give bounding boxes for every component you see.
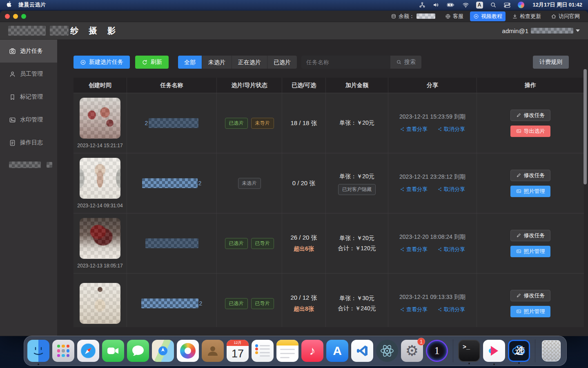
status-filter-tabs: 全部 未选片 正在选片 已选片	[178, 56, 297, 69]
spotlight-search-icon[interactable]	[490, 2, 497, 8]
official-site-button[interactable]: 访问官网	[548, 11, 583, 21]
dock-music-icon[interactable]: ♪	[301, 340, 323, 362]
refresh-button[interactable]: 刷新	[135, 56, 169, 69]
photo-manage-button[interactable]: 照片管理	[510, 186, 550, 197]
input-source-icon[interactable]: A	[476, 2, 483, 9]
vertical-scrollbar[interactable]	[584, 69, 587, 184]
sidebar-item-watermark[interactable]: 水印管理	[0, 108, 57, 131]
tab-selecting[interactable]: 正在选片	[232, 56, 267, 69]
dock-calendar-icon[interactable]: 12月 17	[227, 340, 249, 362]
apple-menu-icon[interactable]	[6, 1, 12, 9]
sidebar-item-redacted[interactable]	[9, 162, 52, 168]
siri-icon[interactable]	[518, 2, 524, 8]
menu-bar: 捷晨云选片 A 12月17日 周日 01:42	[0, 0, 588, 10]
view-share-link[interactable]: 查看分享	[400, 186, 428, 193]
sidebar-item-tasks[interactable]: 选片任务	[0, 40, 57, 63]
task-thumbnail[interactable]	[80, 158, 120, 199]
balance-item[interactable]: 余额：	[388, 11, 439, 21]
over-count: 超出8张	[294, 305, 314, 313]
export-selection-label: 导出选片	[524, 128, 545, 135]
support-button[interactable]: 客服	[442, 11, 467, 21]
dock-divider	[453, 339, 453, 362]
task-thumbnail[interactable]	[80, 98, 120, 139]
photo-manage-button[interactable]: 照片管理	[510, 306, 550, 317]
view-share-link[interactable]: 查看分享	[400, 246, 428, 253]
battery-charging-icon[interactable]	[446, 2, 455, 8]
table-row: 2023-12-14 09:31:04 2 未选片	[74, 153, 584, 213]
edit-task-button[interactable]: 修改任务	[510, 110, 550, 121]
video-tutorial-button[interactable]: 视频教程	[470, 11, 506, 21]
task-name-redacted	[142, 178, 198, 188]
search-button[interactable]: 搜索	[390, 56, 421, 69]
export-selection-button[interactable]: 导出选片	[510, 126, 550, 137]
task-name-link[interactable]: 2	[141, 298, 203, 308]
volume-icon[interactable]	[432, 2, 439, 8]
tab-not-selected[interactable]: 未选片	[202, 56, 232, 69]
account-menu[interactable]: admin@1	[502, 27, 580, 34]
dock-safari-icon[interactable]	[77, 340, 99, 362]
dock-electron-icon[interactable]	[376, 340, 398, 362]
control-center-icon[interactable]	[503, 2, 511, 8]
table-row: 2023-12-14 15:21:17 2 已选片 未导片	[74, 93, 584, 153]
refresh-label: 刷新	[151, 58, 162, 66]
sidebar-item-logs[interactable]: 操作日志	[0, 131, 57, 154]
edit-task-button[interactable]: 修改任务	[510, 230, 550, 241]
zoom-window-button[interactable]	[21, 14, 26, 19]
menubar-app-name[interactable]: 捷晨云选片	[18, 1, 46, 9]
task-name-link[interactable]: 2	[145, 118, 199, 128]
calendar-month-label: 12月	[227, 340, 249, 346]
cancel-share-link[interactable]: 取消分享	[437, 126, 465, 133]
dock-maps-icon[interactable]	[152, 340, 174, 362]
task-thumbnail[interactable]	[80, 283, 120, 324]
dock-vscode-icon[interactable]	[351, 340, 373, 362]
sidebar-item-staff[interactable]: 员工管理	[0, 63, 57, 85]
edit-task-button[interactable]: 修改任务	[510, 290, 550, 301]
close-window-button[interactable]	[5, 14, 10, 19]
view-share-link[interactable]: 查看分享	[400, 306, 428, 313]
billing-rules-button[interactable]: 计费规则	[533, 56, 569, 69]
share-icon	[437, 187, 442, 192]
dock-trash-icon[interactable]	[542, 340, 561, 361]
dock-reminders-icon[interactable]	[252, 340, 274, 362]
camera-icon	[9, 48, 16, 55]
dock-app-store-icon[interactable]: A	[326, 340, 348, 362]
dock-finder-icon[interactable]	[27, 340, 49, 362]
dock-photos-icon[interactable]	[177, 340, 199, 362]
dock-facetime-icon[interactable]	[102, 340, 124, 362]
dock-notes-icon[interactable]	[276, 340, 298, 362]
dock-terminal-icon[interactable]: >_	[458, 340, 480, 362]
dock-media-player-icon[interactable]	[483, 340, 505, 362]
cancel-share-link[interactable]: 取消分享	[437, 246, 465, 253]
task-name-link[interactable]	[145, 238, 198, 248]
cancel-share-link[interactable]: 取消分享	[437, 306, 465, 313]
wifi-icon[interactable]	[462, 2, 469, 8]
edit-task-label: 修改任务	[524, 172, 545, 179]
dock-capture-one-icon[interactable]: 1	[426, 340, 448, 362]
dock-contacts-icon[interactable]	[202, 340, 224, 362]
menubar-clock[interactable]: 12月17日 周日 01:42	[533, 1, 582, 9]
dock-messages-icon[interactable]	[127, 340, 149, 362]
cancel-share-link[interactable]: 取消分享	[437, 186, 465, 193]
sidebar-item-label: 标记管理	[20, 93, 43, 101]
task-thumbnail[interactable]	[80, 218, 120, 259]
search-label: 搜索	[404, 58, 416, 66]
total-price: 合计：￥240元	[338, 303, 376, 314]
edit-task-button[interactable]: 修改任务	[510, 170, 550, 181]
new-task-button[interactable]: 新建选片任务	[74, 56, 130, 69]
check-update-button[interactable]: 检查更新	[509, 11, 544, 21]
task-name-link[interactable]: 2	[142, 178, 202, 188]
tab-all[interactable]: 全部	[178, 56, 202, 69]
tab-selected[interactable]: 已选片	[267, 56, 297, 69]
dock-system-settings-icon[interactable]: ⚙ 1	[401, 340, 423, 362]
dock-cloud-photo-select-icon[interactable]: 选	[508, 340, 530, 362]
cancel-share-label: 取消分享	[444, 246, 465, 253]
workflow-icon[interactable]	[419, 2, 425, 8]
search-input[interactable]	[301, 56, 390, 69]
view-share-link[interactable]: 查看分享	[400, 126, 428, 133]
minimize-window-button[interactable]	[13, 14, 18, 19]
dock-launchpad-icon[interactable]	[52, 340, 74, 362]
sidebar-item-tags[interactable]: 标记管理	[0, 85, 57, 108]
refresh-icon	[142, 59, 148, 65]
photo-manage-button[interactable]: 照片管理	[510, 246, 550, 257]
col-header-created: 创建时间	[74, 78, 127, 93]
